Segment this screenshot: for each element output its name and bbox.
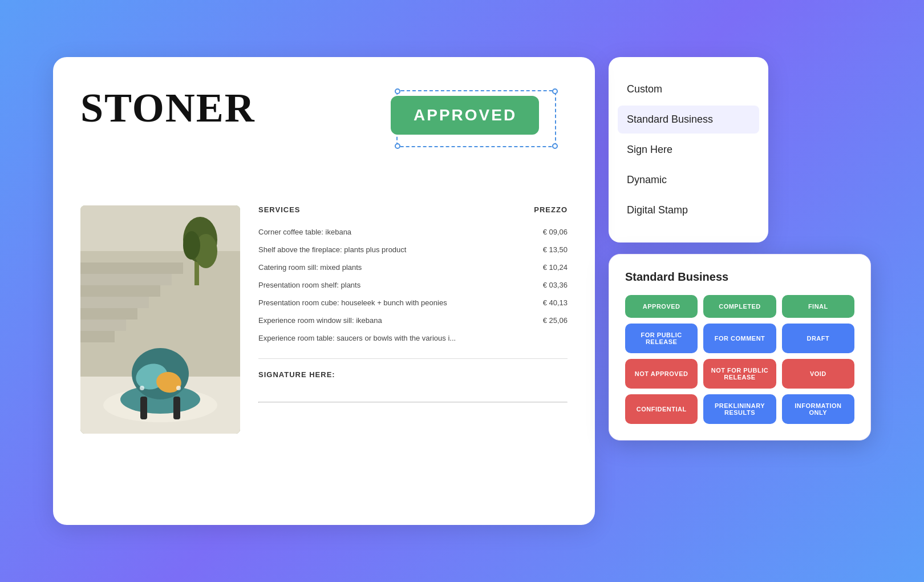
document-card: STONER APPROVED [53, 57, 595, 525]
service-price: € 09,06 [528, 228, 568, 236]
svg-point-22 [176, 386, 181, 390]
service-name: Shelf above the fireplace: plants plus p… [258, 245, 528, 254]
services-header: SERVICES PREZZO [258, 205, 568, 214]
stamp-type-item-standard-business[interactable]: Standard Business [618, 106, 759, 134]
stamp-btn-final[interactable]: FINAL [782, 295, 854, 318]
price-label: PREZZO [534, 205, 568, 214]
svg-rect-7 [80, 320, 126, 331]
doc-body: SERVICES PREZZO Corner coffee table: ike… [80, 205, 568, 434]
stamp-container: APPROVED [385, 84, 568, 187]
services-divider [258, 358, 568, 359]
handle-br[interactable] [552, 143, 558, 149]
stamp-btn-preklininary-results[interactable]: PREKLININARY RESULTS [703, 394, 776, 424]
doc-content: SERVICES PREZZO Corner coffee table: ike… [258, 205, 568, 434]
service-row: Experience room table: saucers or bowls … [258, 329, 568, 347]
stamp-btn-not-for-public-release[interactable]: NOT FOR PUBLIC RELEASE [703, 359, 776, 389]
svg-rect-4 [80, 285, 160, 297]
service-row: Corner coffee table: ikebana € 09,06 [258, 223, 568, 241]
stamp-btn-void[interactable]: VOID [782, 359, 854, 389]
brand-title: STONER [80, 84, 256, 132]
svg-rect-8 [80, 331, 115, 342]
service-row: Experience room window sill: ikebana € 2… [258, 312, 568, 329]
service-row: Presentation room cube: houseleek + bunc… [258, 294, 568, 312]
stamp-btn-draft[interactable]: DRAFT [782, 324, 854, 353]
standard-business-popup: Standard Business APPROVEDCOMPLETEDFINAL… [609, 254, 871, 440]
stamp-btn-confidential[interactable]: CONFIDENTIAL [625, 394, 698, 424]
service-name: Corner coffee table: ikebana [258, 228, 528, 236]
service-price: € 13,50 [528, 245, 568, 254]
service-name: Presentation room shelf: plants [258, 281, 528, 289]
services-table: Corner coffee table: ikebana € 09,06 She… [258, 223, 568, 347]
stamp-btn-completed[interactable]: COMPLETED [703, 295, 776, 318]
stamp-type-item-sign-here[interactable]: Sign Here [627, 136, 750, 164]
stamp-type-item-dynamic[interactable]: Dynamic [627, 166, 750, 194]
signature-label: SIGNATURE HERE: [258, 370, 568, 379]
service-name: Experience room table: saucers or bowls … [258, 334, 528, 342]
svg-rect-18 [173, 397, 180, 419]
signature-section: SIGNATURE HERE: [258, 370, 568, 403]
right-panel: CustomStandard BusinessSign HereDynamicD… [609, 57, 871, 440]
service-name: Catering room sill: mixed plants [258, 263, 528, 272]
doc-header: STONER APPROVED [80, 84, 568, 187]
service-price: € 10,24 [528, 263, 568, 272]
service-row: Shelf above the fireplace: plants plus p… [258, 241, 568, 258]
svg-point-21 [140, 386, 144, 390]
stamp-btn-information-only[interactable]: INFORMATION ONLY [782, 394, 854, 424]
stamp-btn-not-approved[interactable]: NOT APPROVED [625, 359, 698, 389]
service-row: Presentation room shelf: plants € 03,36 [258, 276, 568, 294]
services-label: SERVICES [258, 205, 301, 214]
svg-rect-5 [80, 297, 149, 308]
stamp-btn-for-comment[interactable]: FOR COMMENT [703, 324, 776, 353]
stamp-type-item-digital-stamp[interactable]: Digital Stamp [627, 196, 750, 224]
doc-image [80, 205, 240, 434]
stamp-grid: APPROVEDCOMPLETEDFINALFOR PUBLIC RELEASE… [625, 295, 854, 424]
service-price: € 25,06 [528, 316, 568, 325]
signature-line [258, 402, 568, 403]
service-name: Experience room window sill: ikebana [258, 316, 528, 325]
main-container: STONER APPROVED [53, 57, 871, 525]
popup-title: Standard Business [625, 270, 854, 284]
stamp-types-card: CustomStandard BusinessSign HereDynamicD… [609, 57, 768, 242]
svg-rect-6 [80, 308, 137, 320]
svg-point-12 [183, 231, 200, 260]
handle-tl[interactable] [395, 88, 400, 94]
stamp-btn-approved[interactable]: APPROVED [625, 295, 698, 318]
service-price: € 03,36 [528, 281, 568, 289]
service-price: € 40,13 [528, 298, 568, 307]
stamp-type-item-custom[interactable]: Custom [627, 75, 750, 103]
stamp-approved[interactable]: APPROVED [391, 96, 539, 135]
svg-rect-2 [80, 262, 183, 274]
handle-bl[interactable] [395, 143, 400, 149]
service-name: Presentation room cube: houseleek + bunc… [258, 298, 528, 307]
stamp-btn-for-public-release[interactable]: FOR PUBLIC RELEASE [625, 324, 698, 353]
service-row: Catering room sill: mixed plants € 10,24 [258, 258, 568, 276]
svg-rect-3 [80, 274, 172, 285]
handle-tr[interactable] [552, 88, 558, 94]
svg-rect-17 [140, 397, 147, 419]
